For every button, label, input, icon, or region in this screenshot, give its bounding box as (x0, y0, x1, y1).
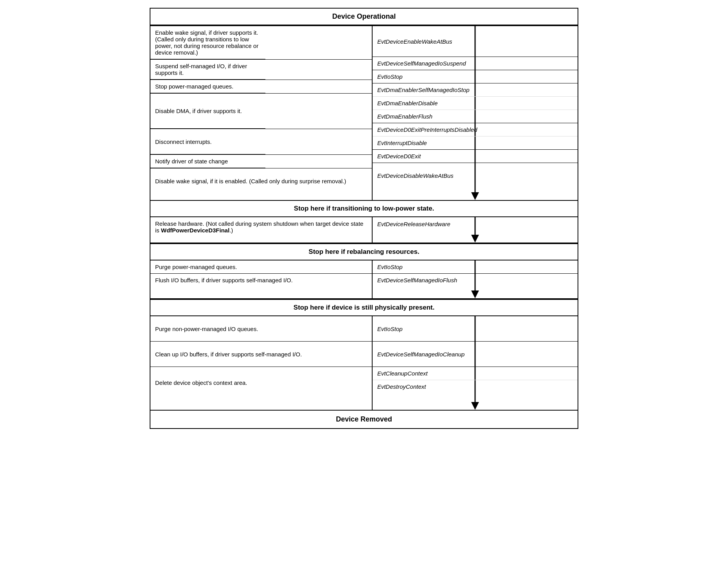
right-item: EvtDeviceSelfManagedIoCleanup (373, 342, 578, 367)
stop-header-1: Stop here if transitioning to low-power … (150, 200, 578, 217)
row-left: Disable wake signal, if it is enabled. (… (150, 168, 372, 194)
row-left: Enable wake signal, if driver supports i… (150, 26, 265, 59)
row-left: Suspend self-managed I/O, if driver supp… (150, 60, 265, 80)
table-row: Enable wake signal, if driver supports i… (150, 26, 372, 60)
row-left: Disable DMA, if driver supports it. (150, 94, 265, 129)
row-left: Notify driver of state change (150, 155, 265, 168)
row-left: Purge power-managed queues. (150, 260, 372, 274)
svg-marker-3 (471, 402, 479, 410)
table-row: Disable wake signal, if it is enabled. (… (150, 168, 372, 194)
table-row: Disconnect interrupts. (150, 129, 372, 155)
right-item-multi: EvtDmaEnablerSelfManagedIoStop EvtDmaEna… (373, 83, 578, 123)
right-item: EvtIoStop (373, 70, 578, 83)
right-item: EvtDeviceEnableWakeAtBus (373, 26, 578, 57)
row-left: Disconnect interrupts. (150, 129, 265, 154)
row-left: Delete device object's context area. (150, 367, 372, 398)
right-item: EvtDeviceSelfManagedIoFlush (373, 274, 578, 287)
right-item-multi: EvtCleanupContext EvtDestroyContext (373, 367, 578, 398)
diagram-container: Device Operational Enable wake signal, i… (150, 8, 578, 429)
page-title: Device Operational (150, 9, 578, 25)
row-left: Stop power-managed queues. (150, 80, 265, 93)
table-row: Disable DMA, if driver supports it. (150, 94, 372, 129)
svg-marker-2 (471, 290, 479, 298)
svg-marker-0 (471, 192, 479, 200)
table-row: Notify driver of state change (150, 155, 372, 168)
row-left: Clean up I/O buffers, if driver supports… (150, 342, 372, 367)
right-item: EvtDeviceReleaseHardware (373, 217, 578, 231)
table-row: Stop power-managed queues. (150, 80, 372, 94)
stop-header-2: Stop here if rebalancing resources. (150, 243, 578, 260)
row-left: Release hardware. (Not called during sys… (150, 217, 373, 243)
right-item: EvtIoStop (373, 260, 578, 274)
right-item: EvtDeviceD0Exit (373, 150, 578, 163)
right-item: EvtIoStop (373, 316, 578, 342)
bottom-label: Device Removed (150, 410, 578, 428)
right-item: EvtDeviceDisableWakeAtBus (373, 163, 578, 188)
svg-marker-1 (471, 235, 479, 243)
row-left: Purge non-power-managed I/O queues. (150, 316, 372, 342)
row-left: Flush I/O buffers, if driver supports se… (150, 274, 372, 287)
table-row: Suspend self-managed I/O, if driver supp… (150, 60, 372, 80)
right-item: EvtDeviceSelfManagedIoSuspend (373, 57, 578, 70)
right-item-multi: EvtDeviceD0ExitPreInterruptsDisabled Evt… (373, 123, 578, 150)
stop-header-3: Stop here if device is still physically … (150, 299, 578, 316)
